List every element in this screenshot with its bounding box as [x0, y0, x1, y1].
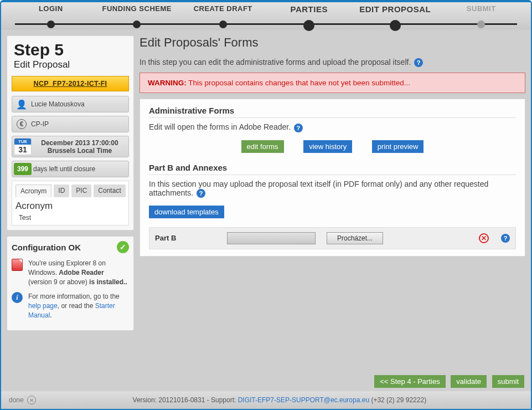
step-subtitle: Edit Proposal: [12, 59, 129, 74]
days-badge: 399: [14, 163, 32, 175]
support-email-link[interactable]: DIGIT-EFP7-SEP-SUPPORT@ec.europa.eu: [238, 396, 369, 404]
intro-text: In this step you can edit the administra…: [140, 58, 525, 67]
partb-upload-row: Part B Procházet... ✕ ?: [149, 227, 516, 249]
page-title: Edit Proposals' Forms: [140, 35, 525, 50]
remove-icon[interactable]: ✕: [479, 233, 489, 243]
step-submit: SUBMIT: [438, 4, 525, 31]
edit-forms-button[interactable]: edit forms: [241, 140, 284, 153]
file-input[interactable]: [227, 232, 316, 244]
print-preview-button[interactable]: print preview: [372, 140, 424, 153]
submit-button[interactable]: submit: [492, 375, 524, 388]
tab-value: Test: [16, 214, 125, 222]
euro-icon: €: [12, 119, 31, 129]
step-edit[interactable]: EDIT PROPOSAL: [352, 4, 438, 31]
config-browser-text: You're using Explorer 8 on Windows. Adob…: [28, 259, 129, 286]
checkmark-icon: ✓: [117, 241, 129, 253]
warning-banner: WARNING: This proposal contains changes …: [140, 73, 525, 93]
partb-label: Part B: [155, 234, 216, 242]
close-icon[interactable]: ✕: [27, 396, 36, 404]
footer-version: Version: 20121016-0831 - Support: DIGIT-…: [133, 396, 427, 404]
tab-contact[interactable]: Contact: [94, 184, 125, 197]
wizard-stepbar: LOGIN FUNDING SCHEME CREATE DRAFT PARTIE…: [1, 2, 531, 30]
help-icon[interactable]: ?: [197, 189, 205, 198]
daysleft-row: 399 days left until closure: [12, 161, 129, 177]
admin-forms-desc: Edit will open the forms in Adobe Reader…: [149, 122, 516, 132]
partb-heading: Part B and Annexes: [149, 163, 516, 175]
config-title: Configuration OK: [12, 243, 81, 252]
step-login[interactable]: LOGIN: [8, 4, 94, 31]
calendar-icon: TUE 31: [14, 138, 32, 155]
admin-forms-heading: Administrative Forms: [149, 106, 516, 118]
step-funding[interactable]: FUNDING SCHEME: [94, 4, 180, 31]
status-done: done: [9, 396, 24, 404]
back-button[interactable]: << Step 4 - Parties: [374, 375, 445, 388]
help-page-link[interactable]: help page: [28, 302, 58, 310]
scheme-row: € CP-IP: [12, 116, 129, 132]
help-icon[interactable]: ?: [414, 58, 423, 67]
project-code[interactable]: NCP_FP7-2012-ICT-FI: [12, 76, 129, 91]
partb-desc: In this section you may upload the propo…: [149, 180, 516, 198]
pdf-icon: [12, 259, 23, 271]
help-icon[interactable]: ?: [501, 234, 510, 243]
help-icon[interactable]: ?: [294, 124, 303, 132]
user-icon: 👤: [12, 99, 31, 110]
info-icon: i: [12, 292, 23, 303]
config-help-text: For more information, go to the help pag…: [28, 292, 129, 320]
tab-id[interactable]: ID: [54, 184, 69, 197]
step-draft[interactable]: CREATE DRAFT: [180, 4, 266, 31]
validate-button[interactable]: validate: [451, 375, 487, 388]
deadline-row: TUE 31 December 2013 17:00:00 Brussels L…: [12, 136, 129, 157]
user-row: 👤 Lucie Matouskova: [12, 96, 129, 112]
tab-acronym[interactable]: Acronym: [16, 184, 51, 197]
tab-pic[interactable]: PIC: [71, 184, 91, 197]
download-templates-button[interactable]: download templates: [149, 206, 224, 218]
step-number: Step 5: [12, 40, 129, 59]
step-parties[interactable]: PARTIES: [266, 4, 353, 31]
view-history-button[interactable]: view history: [303, 140, 352, 153]
browse-button[interactable]: Procházet...: [327, 232, 383, 244]
tab-heading: Acronym: [16, 201, 125, 212]
